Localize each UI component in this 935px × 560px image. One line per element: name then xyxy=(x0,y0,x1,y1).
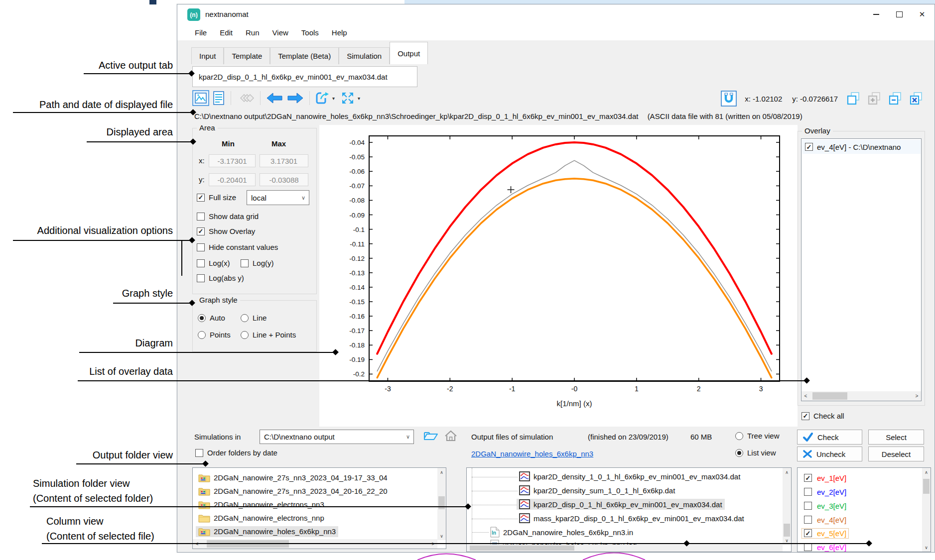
scroll-right-icon[interactable]: > xyxy=(913,391,921,401)
check-all-checkbox[interactable]: ✓ xyxy=(801,412,809,420)
scrollbar-thumb[interactable] xyxy=(470,546,574,551)
option-log-x[interactable]: Log(x) xyxy=(197,259,230,267)
scroll-up-icon[interactable]: ∧ xyxy=(437,468,446,476)
scroll-down-icon[interactable]: ∨ xyxy=(437,532,446,540)
points-radio[interactable] xyxy=(198,331,206,339)
folder-row[interactable]: 2DGaN_nanowire_holes_6x6kp_nn3 xyxy=(193,525,446,538)
active-output-document-tab[interactable]: kpar2D_disp_0_1_hl_6x6kp_ev_min001_ev_ma… xyxy=(192,66,417,87)
log-abs-y-checkbox[interactable] xyxy=(197,274,205,282)
file-row[interactable]: mass_kpar2D_disp_0_1_hl_6x6kp_ev_min001_… xyxy=(467,512,791,526)
data-view-icon[interactable] xyxy=(210,89,227,107)
output-folder-list[interactable]: 2DGaN_nanowire_27s_nn3_2023_04_19-17_33_… xyxy=(192,467,446,549)
scroll-left-icon[interactable]: < xyxy=(193,539,201,549)
menu-tools[interactable]: Tools xyxy=(295,28,325,37)
hide-constant-values-checkbox[interactable] xyxy=(197,243,205,251)
graph-style-line-points[interactable]: Line + Points xyxy=(241,331,296,339)
uncheck-button[interactable]: Uncheck xyxy=(797,447,862,461)
column-checkbox[interactable]: ✓ xyxy=(804,474,812,482)
scroll-down-icon[interactable]: ∨ xyxy=(783,536,791,545)
folder-list-hscrollbar[interactable]: < > xyxy=(193,539,437,549)
tab-template[interactable]: Template xyxy=(224,47,270,64)
check-button[interactable]: Check xyxy=(797,430,862,445)
open-folder-icon[interactable] xyxy=(423,430,438,443)
pages-stack-icon[interactable] xyxy=(235,89,257,107)
line-radio[interactable] xyxy=(241,314,249,322)
x-min-field[interactable]: -3.17301 xyxy=(209,154,256,167)
order-folders-option[interactable]: Order folders by date xyxy=(195,448,277,457)
folder-row[interactable]: 2DGaN_nanowire_electrons_nn3 xyxy=(193,498,446,511)
scrollbar-thumb[interactable] xyxy=(923,479,930,494)
column-row-ev-6-ev[interactable]: ev_6[eV] xyxy=(798,541,921,552)
tab-input[interactable]: Input xyxy=(191,47,224,64)
y-max-field[interactable]: -0.03088 xyxy=(260,173,308,186)
order-folders-checkbox[interactable] xyxy=(195,449,203,457)
check-all-option[interactable]: ✓ Check all xyxy=(801,412,844,420)
column-row-ev-2-ev[interactable]: ev_2[eV] xyxy=(798,485,921,498)
full-size-checkbox[interactable]: ✓ xyxy=(197,194,205,202)
list-view-option[interactable]: List view xyxy=(735,448,776,457)
log-x-checkbox[interactable] xyxy=(197,259,205,267)
scroll-up-icon[interactable]: ∧ xyxy=(783,468,791,476)
option-show-data-grid[interactable]: Show data grid xyxy=(197,212,259,221)
deselect-button[interactable]: Deselect xyxy=(868,447,924,461)
x-max-field[interactable]: 3.17301 xyxy=(260,154,308,167)
file-list-vscrollbar[interactable]: ∧ ∨ xyxy=(783,468,791,545)
menu-edit[interactable]: Edit xyxy=(213,28,239,37)
fit-expand-icon[interactable] xyxy=(339,89,357,107)
scrollbar-thumb[interactable] xyxy=(207,540,289,548)
tree-view-radio[interactable] xyxy=(735,432,743,440)
column-list-vscrollbar[interactable]: ∧ ∨ xyxy=(922,468,931,552)
add-window-icon[interactable] xyxy=(866,90,883,108)
column-checkbox[interactable] xyxy=(804,516,812,524)
fit-dropdown-caret-icon[interactable]: ▾ xyxy=(358,96,360,101)
column-row-ev-3-ev[interactable]: ev_3[eV] xyxy=(798,499,921,512)
column-row-ev-4-ev[interactable]: ev_4[eV] xyxy=(798,513,921,526)
line-points-radio[interactable] xyxy=(241,331,249,339)
export-dropdown-caret-icon[interactable]: ▾ xyxy=(332,96,335,101)
option-show-overlay[interactable]: ✓Show Overlay xyxy=(197,227,255,235)
tab-simulation[interactable]: Simulation xyxy=(339,47,390,64)
column-view-list[interactable]: ✓ev_1[eV]ev_2[eV]ev_3[eV]ev_4[eV]✓ev_5[e… xyxy=(797,467,931,552)
scrollbar-thumb[interactable] xyxy=(438,496,445,509)
column-checkbox[interactable] xyxy=(804,488,812,496)
list-view-radio[interactable] xyxy=(735,449,743,457)
scroll-right-icon[interactable]: > xyxy=(429,539,437,549)
graph-style-line[interactable]: Line xyxy=(241,314,267,322)
diagram-canvas[interactable]: -3-2-1-0123-0.04-0.05-0.06-0.07-0.08-0.0… xyxy=(319,125,798,427)
column-checkbox[interactable]: ✓ xyxy=(804,529,812,537)
simulation-file-list[interactable]: kpar2D_density_1_0_1_hl_6x6kp_ev_min001_… xyxy=(466,467,792,552)
scale-select[interactable]: local ∨ xyxy=(247,190,309,205)
file-list-hscrollbar[interactable] xyxy=(467,545,783,552)
file-row[interactable]: In2DGaN_nanowire_holes_6x6kp_nn3.in xyxy=(467,526,791,539)
single-window-icon[interactable] xyxy=(845,90,862,108)
file-row[interactable]: kpar2D_density_1_0_1_hl_6x6kp_ev_min001_… xyxy=(467,470,791,484)
option-hide-constant-values[interactable]: Hide constant values xyxy=(197,243,278,251)
scrollbar-thumb[interactable] xyxy=(784,524,790,537)
simulation-folder-link[interactable]: 2DGaN_nanowire_holes_6x6kp_nn3 xyxy=(471,449,593,458)
log-y-checkbox[interactable] xyxy=(241,259,249,267)
file-row[interactable]: kpar2D_density_sum_1_0_1_hl_6x6kp.dat xyxy=(467,484,791,498)
remove-window-icon[interactable] xyxy=(887,90,904,108)
y-min-field[interactable]: -0.20401 xyxy=(209,173,256,186)
overlay-item-checkbox[interactable]: ✓ xyxy=(805,143,813,151)
graph-style-points[interactable]: Points xyxy=(198,331,231,339)
full-size-option[interactable]: ✓ Full size xyxy=(197,193,236,202)
scroll-up-icon[interactable]: ∧ xyxy=(922,468,931,476)
simulations-path-combobox[interactable]: C:\D\nextnano output ∨ xyxy=(260,430,414,444)
tab-output[interactable]: Output xyxy=(390,42,428,64)
scroll-left-icon[interactable]: < xyxy=(801,391,810,401)
close-diagram-icon[interactable] xyxy=(908,90,925,108)
overlay-item[interactable]: ✓ev_4[eV] - C:\D\nextnano xyxy=(802,140,921,154)
column-row-ev-1-ev[interactable]: ✓ev_1[eV] xyxy=(798,471,921,484)
menu-run[interactable]: Run xyxy=(239,28,266,37)
menu-help[interactable]: Help xyxy=(325,28,354,37)
column-checkbox[interactable] xyxy=(804,502,812,510)
option-log-y[interactable]: Log(y) xyxy=(241,259,274,267)
column-checkbox[interactable] xyxy=(804,543,812,551)
scrollbar-thumb[interactable] xyxy=(812,392,847,400)
tree-view-option[interactable]: Tree view xyxy=(735,432,779,440)
close-button[interactable]: ✕ xyxy=(911,4,934,24)
column-row-ev-5-ev[interactable]: ✓ev_5[eV] xyxy=(798,527,921,540)
export-icon[interactable] xyxy=(313,89,331,107)
graph-style-auto[interactable]: Auto xyxy=(198,314,225,322)
